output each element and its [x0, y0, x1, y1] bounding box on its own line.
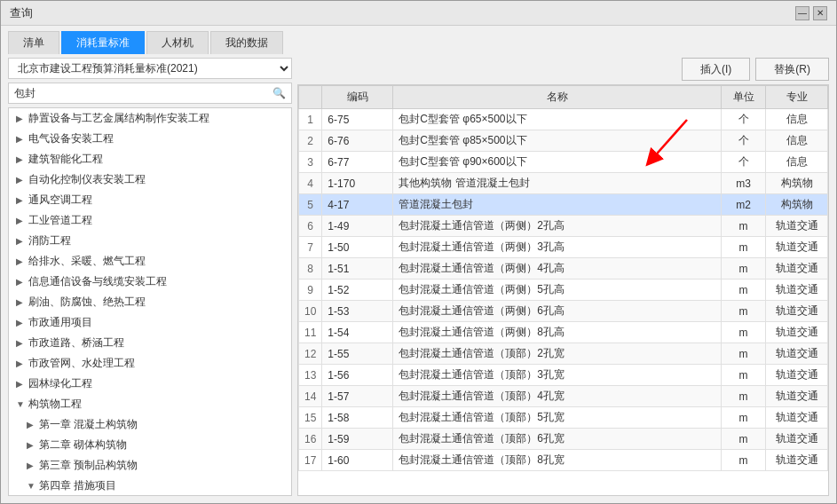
table-row[interactable]: 7 1-50 包封混凝土通信管道（两侧）3孔高 m 轨道交通	[299, 237, 828, 258]
table-row[interactable]: 12 1-55 包封混凝土通信管道（顶部）2孔宽 m 轨道交通	[299, 343, 828, 365]
tree-item-3[interactable]: ▶ 建筑智能化工程	[9, 149, 291, 169]
tree-arrow: ▶	[16, 134, 25, 144]
cell-name: 其他构筑物 管道混凝土包封	[393, 173, 722, 194]
tree-item-label: 第三章 预制品构筑物	[39, 458, 138, 473]
cell-spec: 轨道交通	[766, 386, 828, 407]
cell-spec: 信息	[766, 109, 828, 130]
table-row[interactable]: 6 1-49 包封混凝土通信管道（两侧）2孔高 m 轨道交通	[299, 216, 828, 237]
cell-unit: m	[722, 343, 766, 365]
tree-item-label: 第四章 措施项目	[39, 478, 116, 493]
tree-arrow: ▶	[16, 236, 25, 246]
tree-item-4[interactable]: ▶ 自动化控制仪表安装工程	[9, 169, 291, 190]
table-row[interactable]: 3 6-77 包封C型套管 φ90×600以下 个 信息	[299, 152, 828, 173]
tree-item-label: 构筑物工程	[28, 397, 82, 412]
col-header-name: 名称	[393, 86, 722, 109]
table-row[interactable]: 2 6-76 包封C型套管 φ85×500以下 个 信息	[299, 130, 828, 152]
tree-arrow: ▶	[16, 379, 25, 389]
cell-unit: m	[722, 237, 766, 258]
tree-item-label: 工业管道工程	[28, 213, 92, 228]
cell-num: 12	[299, 343, 322, 365]
cell-name: 包封混凝土通信管道（两侧）8孔高	[393, 322, 722, 343]
tree-item-8[interactable]: ▶ 给排水、采暖、燃气工程	[9, 251, 291, 272]
cell-spec: 轨道交通	[766, 301, 828, 322]
tree-item-label: 自动化控制仪表安装工程	[28, 172, 146, 187]
tree-item-10[interactable]: ▶ 刷油、防腐蚀、绝热工程	[9, 292, 291, 312]
table-row[interactable]: 16 1-59 包封混凝土通信管道（顶部）6孔宽 m 轨道交通	[299, 429, 828, 450]
table-row[interactable]: 5 4-17 管道混凝土包封 m2 构筑物	[299, 194, 828, 216]
tree-item-13[interactable]: ▶ 市政管网、水处理工程	[9, 353, 291, 374]
cell-name: 包封混凝土通信管道（顶部）5孔宽	[393, 407, 722, 429]
cell-name: 包封混凝土通信管道（顶部）8孔宽	[393, 450, 722, 471]
tree-item-2[interactable]: ▶ 电气设备安装工程	[9, 129, 291, 149]
tree-arrow: ▶	[16, 175, 25, 185]
replace-button[interactable]: 替换(R)	[755, 58, 829, 81]
cell-num: 3	[299, 152, 322, 173]
cell-name: 包封C型套管 φ90×600以下	[393, 152, 722, 173]
tree-item-14[interactable]: ▶ 园林绿化工程	[9, 374, 291, 394]
tree-item-16[interactable]: ▶ 第一章 混凝土构筑物	[9, 414, 291, 435]
cell-num: 14	[299, 386, 322, 407]
tree-item-label: 园林绿化工程	[28, 376, 92, 391]
tree-item-9[interactable]: ▶ 信息通信设备与线缆安装工程	[9, 272, 291, 292]
table-row[interactable]: 4 1-170 其他构筑物 管道混凝土包封 m3 构筑物	[299, 173, 828, 194]
cell-spec: 构筑物	[766, 173, 828, 194]
tree-item-label: 市政管网、水处理工程	[28, 356, 135, 371]
tree-item-1[interactable]: ▶ 静置设备与工艺金属结构制作安装工程	[9, 108, 291, 129]
tree-arrow: ▶	[16, 154, 25, 164]
table-row[interactable]: 13 1-56 包封混凝土通信管道（顶部）3孔宽 m 轨道交通	[299, 365, 828, 386]
cell-code: 4-17	[322, 194, 393, 216]
col-header-num	[299, 86, 322, 109]
tree-item-15[interactable]: ▼ 构筑物工程	[9, 394, 291, 414]
cell-code: 1-55	[322, 343, 393, 365]
tab-qingdan[interactable]: 清单	[8, 31, 59, 54]
table-row[interactable]: 8 1-51 包封混凝土通信管道（两侧）4孔高 m 轨道交通	[299, 258, 828, 280]
tree-arrow: ▶	[16, 256, 25, 266]
tree-item-label: 消防工程	[28, 233, 71, 248]
table-row[interactable]: 9 1-52 包封混凝土通信管道（两侧）5孔高 m 轨道交通	[299, 280, 828, 301]
table-row[interactable]: 1 6-75 包封C型套管 φ65×500以下 个 信息	[299, 109, 828, 130]
tree-item-18[interactable]: ▶ 第三章 预制品构筑物	[9, 455, 291, 476]
standard-dropdown[interactable]: 北京市建设工程预算消耗量标准(2021)	[8, 58, 292, 79]
close-button[interactable]: ✕	[813, 6, 827, 20]
tree-arrow: ▶	[16, 358, 25, 368]
table-row[interactable]: 14 1-57 包封混凝土通信管道（顶部）4孔宽 m 轨道交通	[299, 386, 828, 407]
minimize-button[interactable]: —	[795, 6, 809, 20]
table-row[interactable]: 17 1-60 包封混凝土通信管道（顶部）8孔宽 m 轨道交通	[299, 450, 828, 471]
tree-item-6[interactable]: ▶ 工业管道工程	[9, 210, 291, 231]
tree-item-5[interactable]: ▶ 通风空调工程	[9, 190, 291, 210]
window-title: 查询	[10, 5, 33, 21]
cell-code: 1-60	[322, 450, 393, 471]
tree-item-17[interactable]: ▶ 第二章 砌体构筑物	[9, 435, 291, 455]
search-input[interactable]	[14, 87, 272, 99]
tree-arrow: ▶	[16, 114, 25, 123]
cell-name: 包封混凝土通信管道（两侧）5孔高	[393, 280, 722, 301]
cell-name: 包封混凝土通信管道（两侧）4孔高	[393, 258, 722, 280]
tab-rencaiji[interactable]: 人材机	[146, 31, 209, 54]
tree-arrow: ▶	[27, 420, 36, 429]
table-row[interactable]: 10 1-53 包封混凝土通信管道（两侧）6孔高 m 轨道交通	[299, 301, 828, 322]
tab-xiaohao[interactable]: 消耗量标准	[61, 31, 145, 54]
cell-unit: m2	[722, 194, 766, 216]
cell-unit: 个	[722, 109, 766, 130]
cell-unit: m	[722, 280, 766, 301]
table-row[interactable]: 11 1-54 包封混凝土通信管道（两侧）8孔高 m 轨道交通	[299, 322, 828, 343]
tree-item-19[interactable]: ▼ 第四章 措施项目	[9, 476, 291, 496]
cell-num: 13	[299, 365, 322, 386]
cell-name: 包封C型套管 φ65×500以下	[393, 109, 722, 130]
search-icon[interactable]: 🔍	[272, 87, 286, 99]
cell-unit: m	[722, 365, 766, 386]
cell-code: 1-52	[322, 280, 393, 301]
tree-item-11[interactable]: ▶ 市政通用项目	[9, 312, 291, 333]
tree-item-7[interactable]: ▶ 消防工程	[9, 231, 291, 251]
table-row[interactable]: 15 1-58 包封混凝土通信管道（顶部）5孔宽 m 轨道交通	[299, 407, 828, 429]
cell-spec: 轨道交通	[766, 450, 828, 471]
cell-spec: 轨道交通	[766, 343, 828, 365]
tree-item-12[interactable]: ▶ 市政道路、桥涵工程	[9, 333, 291, 353]
tree-arrow: ▼	[16, 399, 25, 409]
cell-spec: 轨道交通	[766, 429, 828, 450]
tree-item-label: 电气设备安装工程	[28, 131, 114, 146]
tab-mydata[interactable]: 我的数据	[210, 31, 283, 54]
cell-name: 包封混凝土通信管道（顶部）3孔宽	[393, 365, 722, 386]
cell-spec: 轨道交通	[766, 280, 828, 301]
insert-button[interactable]: 插入(I)	[682, 58, 750, 81]
